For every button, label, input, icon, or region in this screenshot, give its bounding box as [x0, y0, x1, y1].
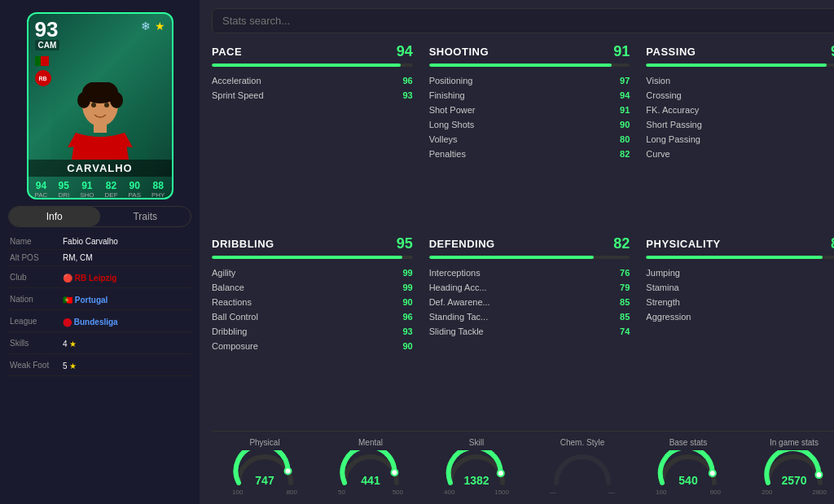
info-row-value: ⬤ Bundesliga — [63, 313, 118, 328]
stat-row: Def. Awarene... 85 — [429, 295, 630, 309]
category-bar-fill — [429, 256, 594, 259]
gauge-value: 540 — [678, 474, 697, 487]
category-bar — [212, 256, 413, 259]
category-header: PASSING 90 — [646, 43, 834, 60]
tab-traits[interactable]: Traits — [100, 207, 191, 226]
stat-name: Balance — [212, 283, 244, 292]
gauge-range: 100800 — [232, 489, 297, 496]
card-stat-dri: 95 DRI — [58, 180, 69, 199]
category-bar-fill — [429, 64, 612, 67]
stat-value: 79 — [620, 283, 630, 292]
stat-value: 85 — [620, 312, 630, 322]
stat-value: 99 — [402, 268, 412, 278]
info-row-value: RM, CM — [63, 253, 93, 262]
category-value: 94 — [397, 43, 413, 60]
gauge-value: 441 — [361, 474, 380, 487]
info-row-label: Nation — [10, 295, 63, 304]
gauge-label: Mental — [358, 438, 383, 447]
stat-name: Def. Awarene... — [429, 297, 490, 307]
category-bar-fill — [212, 64, 401, 67]
category-bar — [212, 64, 413, 67]
category-value: 90 — [831, 43, 834, 60]
gauge-label: Chem. Style — [560, 438, 604, 447]
gauge-label: Base stats — [669, 438, 708, 447]
category-header: DRIBBLING 95 — [212, 235, 413, 252]
club-icon-card: RB — [35, 70, 51, 86]
stat-name: Crossing — [646, 90, 681, 100]
category-name: PASSING — [646, 46, 696, 58]
info-row: NameFabio Carvalho — [8, 234, 191, 250]
gauge-range: —— — [550, 489, 615, 496]
gauge-range: 50500 — [338, 489, 403, 496]
info-row-label: League — [10, 317, 63, 326]
stat-row: Composure 90 — [212, 339, 413, 353]
stat-value: 90 — [402, 341, 412, 351]
stat-row: Crossing 94 — [646, 88, 834, 103]
svg-point-3 — [77, 92, 90, 108]
stat-name: Shot Power — [429, 105, 476, 115]
stat-value: 94 — [620, 90, 630, 100]
stat-value: 99 — [402, 283, 412, 292]
stat-name: Jumping — [646, 268, 680, 278]
stat-name: Agility — [212, 268, 235, 278]
gauge-range: 2002800 — [762, 489, 827, 496]
stat-value: 74 — [620, 327, 630, 336]
category-defending: DEFENDING 82 Interceptions 76 Heading Ac… — [429, 235, 630, 421]
category-name: PHYSICALITY — [646, 238, 720, 250]
svg-point-6 — [104, 103, 109, 107]
stat-name: Strength — [646, 297, 680, 307]
stat-value: 91 — [620, 105, 630, 115]
stat-name: Dribbling — [212, 327, 247, 336]
stat-name: Finishing — [429, 90, 465, 100]
stats-search-input[interactable] — [212, 8, 834, 33]
gauge-physical: Physical 747 100800 — [212, 438, 318, 496]
info-row-value: 4 ★ — [63, 335, 77, 350]
stat-name: Long Shots — [429, 120, 475, 129]
stat-row: Penalties 82 — [429, 147, 630, 161]
category-passing: PASSING 90 Vision 94 Crossing 94 FK. Acc… — [646, 43, 834, 229]
card-stat-pac: 94 PAC — [35, 180, 48, 199]
stat-name: Standing Tac... — [429, 312, 489, 322]
svg-point-4 — [110, 92, 123, 108]
stat-name: Volleys — [429, 134, 458, 144]
info-rows: NameFabio CarvalhoAlt POSRM, CMClub🔴 RB … — [8, 234, 191, 376]
stat-name: Penalties — [429, 149, 466, 159]
stat-value: 90 — [402, 297, 412, 307]
category-dribbling: DRIBBLING 95 Agility 99 Balance 99 React… — [212, 235, 413, 421]
gauge-in-game stats: In game stats 2570 2002800 — [741, 438, 834, 496]
stat-name: Curve — [646, 149, 669, 159]
stat-row: Volleys 80 — [429, 132, 630, 147]
category-pace: PACE 94 Acceleration 96 Sprint Speed 93 — [212, 43, 413, 229]
card-left: 93 CAM RB — [35, 19, 60, 86]
stat-row: Heading Acc... 79 — [429, 280, 630, 295]
info-section: Info Traits NameFabio CarvalhoAlt POSRM,… — [8, 206, 191, 376]
info-row-value: 5 ★ — [63, 357, 77, 372]
category-bar-fill — [646, 64, 827, 67]
stat-row: Standing Tac... 85 — [429, 309, 630, 324]
category-header: DEFENDING 82 — [429, 235, 630, 252]
category-header: SHOOTING 91 — [429, 43, 630, 60]
gauge-container: 441 — [338, 450, 403, 487]
player-image — [51, 82, 149, 160]
category-name: SHOOTING — [429, 46, 489, 58]
stat-row: Finishing 94 — [429, 88, 630, 103]
stat-row: FK. Accuracy 75 — [646, 103, 834, 117]
stat-name: Composure — [212, 341, 258, 351]
card-stat-def: 82 DEF — [105, 180, 118, 199]
info-row-label: Alt POS — [10, 253, 63, 262]
stat-row: Jumping 89 — [646, 265, 834, 280]
category-header: PACE 94 — [212, 43, 413, 60]
info-row-label: Weak Foot — [10, 361, 63, 370]
gauge-base-stats: Base stats 540 100600 — [635, 438, 741, 496]
card-stat-sho: 91 SHO — [80, 180, 94, 199]
stat-value: 96 — [402, 312, 412, 322]
portugal-flag-card — [35, 56, 50, 66]
gauge-value: 2570 — [781, 474, 806, 487]
category-value: 88 — [831, 235, 834, 252]
gauge-label: Skill — [469, 438, 484, 447]
stat-name: Short Passing — [646, 120, 701, 129]
tab-info[interactable]: Info — [9, 207, 100, 226]
category-name: DEFENDING — [429, 238, 495, 250]
stat-name: Interceptions — [429, 268, 481, 278]
stat-name: Stamina — [646, 283, 678, 292]
